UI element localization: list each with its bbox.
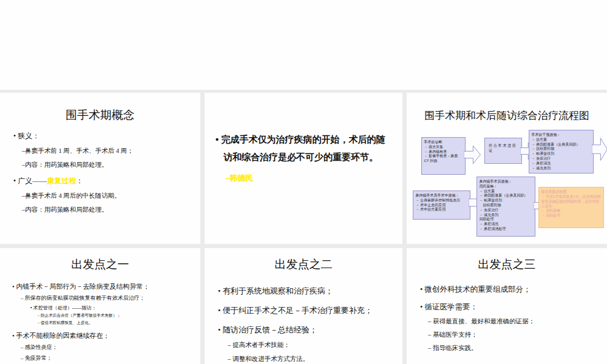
bullet-line: – 获得最直接、最好和最准确的证据；	[428, 317, 607, 326]
bullet-line: –内容：用药策略和局部处理。	[22, 206, 200, 214]
flow-box-text: 手术前诊断－ 病史采集－ 鼻内镜检查－ 影像学检查－鼻窦 CT 扫描	[422, 138, 465, 163]
flow-arrow-icon	[464, 145, 481, 164]
flow-box-line: － 鼻腔清洗	[532, 161, 591, 166]
flow-box-surgery: 鼻内镜手术及手术中措施：－ 全身麻醉并控制性低血压－ 术中止血药应用－ 术中抗生…	[413, 190, 470, 220]
flow-box-line: － 粘液促排剂	[532, 151, 591, 156]
flow-box-followup-system: 随访及随访制度－ 术后1月每周复查1次；此后根据恢复情况确定随访间隔时间，直至术…	[538, 187, 604, 228]
bullet-line: – 指导临床实践。	[428, 344, 607, 352]
flow-box-line: 随访及随访制度	[541, 189, 602, 194]
slide-grid: 围手术期概念 • 狭义： –鼻窦手术前 1 周、手术、手术后 4 周； –内容：…	[0, 0, 607, 364]
flow-box-line: － 免疫治疗	[532, 156, 591, 161]
bullet-line: – 促使术腔粘膜恢复、上皮化。	[38, 320, 200, 326]
flow-box-line: － 抗生素	[480, 189, 533, 194]
flow-box-postop-measures: 鼻内镜手术后措施：用药策略：－ 抗生素－ 类固醇激素（全身及局部）－ 粘液促排剂…	[476, 177, 535, 237]
flow-box-line: － 用药策略	[541, 208, 602, 213]
flow-box-line: － 类固醇激素（全身及局部）	[480, 193, 533, 198]
flow-box-text: 鼻内镜手术后措施：用药策略：－ 抗生素－ 类固醇激素（全身及局部）－ 粘液促排剂…	[477, 177, 535, 231]
bullet-line: – 基础医学支持；	[428, 331, 607, 339]
quote-text: • 完成手术仅为治疗疾病的开始，术后的随访和综合治疗是必不可少的重要环节。	[215, 130, 392, 166]
flow-box-line: － 减充血剂	[532, 166, 591, 170]
bullet-line: –鼻窦手术前 1 周、手术、手术后 4 周；	[22, 147, 200, 155]
slide-thumbnail-2[interactable]: • 完成手术仅为治疗疾病的开始，术后的随访和综合治疗是必不可少的重要环节。 –韩…	[205, 93, 402, 244]
bullet-line: –内容：用药策略和局部处理。	[22, 161, 200, 169]
bullet-line: • 便于纠正手术之不足－手术治疗重要补充；	[218, 305, 402, 316]
bullet-line: – 感染性炎症；	[21, 343, 200, 351]
bullet-line: • 随访治疗反馈－总结经验；	[218, 325, 402, 335]
slide-thumbnail-4[interactable]: 出发点之一 • 内镜手术－局部行为－去除病变及结构异常； – 所保存的病变粘膜功…	[0, 248, 200, 364]
bullet-line: • 手术不能根除的因素继续存在；	[12, 331, 200, 340]
slide-thumbnail-5[interactable]: 出发点之二 • 有利于系统地观察和治疗疾病； • 便于纠正手术之不足－手术治疗重…	[205, 248, 402, 364]
flow-box-line: － 减充血剂	[480, 212, 533, 217]
flow-box-line: 用药策略：	[480, 184, 533, 189]
bullet-line: • 循证医学需要：	[420, 302, 607, 312]
flow-box-line: － 粘液促排剂	[480, 198, 533, 203]
flow-box-line: － 全身麻醉并控制性低血压	[416, 198, 468, 203]
flow-box-line: － 抗组胺药物	[532, 146, 591, 151]
flow-box-line: － 影像学检查－鼻窦 CT 扫描	[424, 153, 463, 163]
flow-box-indication: 符合手术适应证	[484, 138, 522, 164]
flow-box-line: － 鼻腔清洁处理	[480, 226, 533, 231]
flow-box-line: － 术中止血药应用	[416, 203, 468, 207]
bullet-line: – 提高术者手术技能；	[228, 341, 402, 349]
flow-box-line: － 鼻内镜检查	[424, 149, 463, 154]
bullet-line: • 广义——康复过程：	[13, 176, 200, 186]
quote-attribution: –韩德民	[225, 173, 402, 184]
flow-box-preop-intervention: 手术前干预措施：－ 抗生素－ 类固醇激素（全身及局部）－ 抗组胺药物－ 粘液促排…	[529, 130, 594, 174]
flow-box-line: － 局部处理	[541, 213, 602, 218]
bullet-text: • 广义——	[13, 177, 47, 185]
flow-box-text: 鼻内镜手术及手术中措施：－ 全身麻醉并控制性低血压－ 术中止血药应用－ 术中抗生…	[413, 191, 470, 212]
bullet-line: –鼻窦手术后 4 周后的中长随访期。	[22, 192, 200, 200]
flow-box-line: － 抗生素	[532, 137, 591, 142]
flow-box-preop-diagnosis: 手术前诊断－ 病史采集－ 鼻内镜检查－ 影像学检查－鼻窦 CT 扫描	[421, 137, 466, 175]
flow-box-line: 抗组胺药物	[480, 203, 533, 207]
flow-box-line: 局部处理	[480, 217, 533, 221]
flow-arrow-icon	[592, 137, 607, 161]
slide6-title: 出发点之三	[407, 257, 607, 272]
flow-box-line: 手术前干预措施：	[532, 132, 591, 137]
slide-thumbnail-3[interactable]: 围手术期和术后随访综合治疗流程图 手术前诊断－ 病史采集－ 鼻内镜检查－ 影像学…	[407, 93, 607, 244]
flow-box-text: 符合手术适应证	[485, 138, 521, 153]
slide1-title: 围手术期概念	[0, 107, 200, 123]
flow-box-line: － 病史采集	[424, 144, 463, 149]
bullet-line: – 免疫异常；	[21, 354, 200, 362]
flow-box-line: 鼻内镜手术及手术中措施：	[416, 193, 468, 198]
bullet-line: – 调整和改进手术方式方法。	[228, 355, 402, 363]
flow-box-line: 手术前诊断	[424, 140, 463, 144]
flow-box-text: 手术前干预措施：－ 抗生素－ 类固醇激素（全身及局部）－ 抗组胺药物－ 粘液促排…	[529, 130, 593, 170]
flow-box-line: 符合手术适应证	[489, 143, 518, 153]
bullet-line: • 狭义：	[13, 131, 200, 141]
slide-thumbnail-6[interactable]: 出发点之三 • 微创外科技术的重要组成部分； • 循证医学需要： – 获得最直接…	[407, 248, 607, 364]
flow-box-line: 鼻内镜手术后措施：	[480, 179, 533, 184]
bullet-line: – 防止术后合并症（严重者可致使手术失败）；	[38, 313, 200, 318]
slide-thumbnail-top-partial[interactable]	[0, 0, 607, 90]
flow-box-text: 随访及随访制度－ 术后1月每周复查1次；此后根据恢复情况确定随访间隔时间，直至术…	[539, 187, 603, 218]
bullet-line: • 术腔管理（处理）——随访：	[30, 305, 200, 311]
flow-box-line: － 术中抗生素应用	[416, 207, 468, 212]
bullet-line: • 有利于系统地观察和治疗疾病；	[218, 286, 402, 297]
bullet-text: ：	[76, 177, 83, 185]
bullet-line: • 微创外科技术的重要组成部分；	[420, 285, 607, 295]
slide5-title: 出发点之二	[205, 257, 402, 272]
flow-box-line: － 免疫治疗	[480, 207, 533, 212]
bullet-line: • 内镜手术－局部行为－去除病变及结构异常；	[12, 282, 200, 291]
flow-box-line: － 类固醇激素（全身及局部）	[532, 142, 591, 147]
slide-thumbnail-1[interactable]: 围手术期概念 • 狭义： –鼻窦手术前 1 周、手术、手术后 4 周； –内容：…	[0, 93, 200, 244]
highlighted-text: 康复过程	[47, 177, 76, 185]
flow-box-line: － 术后1月每周复查1次；此后根据恢复情况确定随访间隔时间，直至术腔上皮化	[541, 194, 602, 208]
flow-box-line: － 鼻腔清洗	[480, 221, 533, 226]
flowchart-title: 围手术期和术后随访综合治疗流程图	[407, 109, 607, 123]
slide4-title: 出发点之一	[0, 257, 200, 272]
bullet-line: – 所保存的病变粘膜功能恢复有赖于有效术后治疗；	[21, 294, 200, 302]
